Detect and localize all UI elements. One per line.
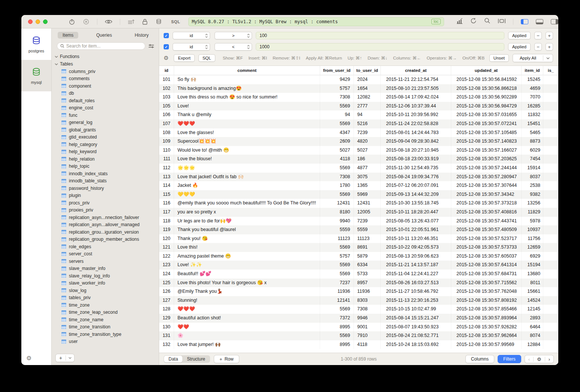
cell-updated-at[interactable]: 2015-12-08 15:30:57.443741 (451, 217, 522, 226)
cell-comment[interactable]: ❤️❤️❤️ (174, 305, 320, 314)
sidebar-table-item[interactable]: plugin (52, 192, 159, 200)
filter-applied-button[interactable]: Applied (508, 43, 531, 51)
cell-created-at[interactable]: 2015-08-14 17:09:42.024 (381, 93, 451, 102)
cell-updated-at[interactable]: 2015-12-08 15:30:56.984729 (451, 102, 522, 111)
cell-item-id[interactable]: 13680 (522, 270, 543, 279)
cell-updated-at[interactable]: 2015-12-08 15:30:57.926282 (451, 323, 522, 332)
cell-comment[interactable]: Beautiful!! 💕💕 (174, 270, 320, 279)
table-row[interactable]: 109 Supercool💥💥💥 2609 4820 2015-09-04 09… (159, 137, 558, 146)
cell-to-user-id[interactable]: 3075 (354, 173, 381, 182)
cell-created-at[interactable]: 2015-08-01 14:24:44.783 (381, 128, 451, 137)
cell-from-user-id[interactable]: 9940 (320, 217, 354, 226)
table-row[interactable]: 113 Love that jacket! Outfit is fab 🙌🏻 7… (159, 173, 558, 182)
cell-from-user-id[interactable]: 5569 (320, 164, 354, 173)
table-row[interactable]: 106 Thank u @emily 94 94 2015-10-11 20:3… (159, 110, 558, 119)
cell-comment[interactable]: you are so pretty x (174, 208, 320, 217)
cell-to-user-id[interactable]: 7239 (354, 128, 381, 137)
cell-from-user-id[interactable]: 5569 (320, 190, 354, 199)
cell-created-at[interactable]: 2015-08-07 19:43:50.923 (381, 323, 451, 332)
table-row[interactable]: 114 Jacket 🔥 1780 1365 2015-07-12 06:20:… (159, 181, 558, 190)
sidebar-table-item[interactable]: servers (52, 258, 159, 265)
sidebar-table-item[interactable]: replication_asyn...ailover_managed (52, 221, 159, 229)
table-row[interactable]: 127 Stunning! 12141 8303 2015-11-13 22:3… (159, 296, 558, 305)
sidebar-table-item[interactable]: global_grants (52, 126, 159, 134)
toggle-bottom-panel-icon[interactable] (536, 19, 543, 24)
table-row[interactable]: 111 Love the blouse! 4118 186 2015-08-18… (159, 155, 558, 164)
cell-updated-at[interactable]: 2015-12-08 15:30:56.841592 (451, 75, 522, 84)
cell-from-user-id[interactable]: 9429 (320, 75, 354, 84)
connection-bar[interactable]: MySQL 8.0.27 : TLSv1.2 : MySQL Brew : my… (188, 17, 444, 26)
cell-item-id[interactable]: 6464 (522, 323, 543, 332)
cell-item-id[interactable]: 8037 (522, 173, 543, 182)
cell-comment[interactable]: Would love to! @mith 😁 (174, 146, 320, 155)
cell-to-user-id[interactable]: 5733 (354, 270, 381, 279)
cell-item-id[interactable]: 13256 (522, 199, 543, 208)
cell-updated-at[interactable]: 2015-12-08 15:30:57.280947 (451, 173, 522, 182)
cell-from-user-id[interactable]: 94 (320, 110, 354, 119)
sidebar-table-item[interactable]: time_zone_transition_type (52, 331, 159, 338)
cell-created-at[interactable]: 2015-08-13 20:59:06.623 (381, 252, 451, 261)
table-row[interactable]: 131 🌸 5569 7910 2015-08-24 21:08:52.771 … (159, 331, 558, 340)
cell-id[interactable]: 105 (159, 102, 174, 111)
cell-comment[interactable]: Thank you beautiful @laurel (174, 225, 320, 234)
connection-postgres[interactable]: postgres (21, 28, 51, 60)
cell-from-user-id[interactable]: 4118 (320, 155, 354, 164)
cell-comment[interactable]: Jacket 🔥 (174, 181, 320, 190)
filters-button[interactable]: Filters (498, 355, 521, 363)
item-search-input[interactable] (66, 43, 142, 49)
table-row[interactable]: 103 Love this dress so much 😍 so nice fo… (159, 93, 558, 102)
cell-updated-at[interactable]: 2015-12-08 15:30:57.893964 (451, 314, 522, 323)
column-header-updated-at[interactable]: updated_at (451, 66, 522, 75)
add-filter-button[interactable]: + (546, 43, 553, 51)
cell-id[interactable]: 117 (159, 208, 174, 217)
sidebar-table-item[interactable]: time_zone (52, 301, 159, 309)
table-row[interactable]: 118 Ur legs are to die for🙌💖 9940 7239 2… (159, 217, 558, 226)
cell-id[interactable]: 126 (159, 287, 174, 296)
cell-from-user-id[interactable]: 4347 (320, 128, 354, 137)
previous-page-icon[interactable]: ‹ (525, 356, 533, 362)
cell-item-id[interactable]: 15194 (522, 261, 543, 270)
cell-created-at[interactable]: 2015-10-11 18:28:20.447 (381, 208, 451, 217)
cell-created-at[interactable]: 2015-11-27 10:58:46.792 (381, 287, 451, 296)
column-header-is[interactable]: is_ (543, 66, 558, 75)
cell-created-at[interactable]: 2015-08-18 23:00:33.919 (381, 155, 451, 164)
sidebar-table-item[interactable]: slow_log (52, 287, 159, 294)
cell-comment[interactable]: Love this photo! Your hair is gorgeous 😘… (174, 279, 320, 288)
filter-value-input[interactable]: 1000 (256, 43, 504, 51)
cell-id[interactable]: 128 (159, 305, 174, 314)
sidebar-table-item[interactable]: slave_master_info (52, 265, 159, 273)
cell-from-user-id[interactable]: 7237 (320, 279, 354, 288)
cell-from-user-id[interactable]: 12141 (320, 296, 354, 305)
cell-comment[interactable]: @emily thank you soooo much beautiful!!!… (174, 199, 320, 208)
cell-created-at[interactable]: 2015-11-30 12:54:49.735 (381, 164, 451, 173)
cell-updated-at[interactable]: 2015-12-08 15:30:57.605037 (451, 252, 522, 261)
cell-comment[interactable]: 💛💛💛 (174, 190, 320, 199)
cell-to-user-id[interactable]: 5879 (354, 252, 381, 261)
sidebar-table-item[interactable]: component (52, 82, 159, 90)
cell-updated-at[interactable]: 2015-12-08 15:30:57.99569 (451, 340, 522, 349)
cell-is[interactable] (543, 296, 558, 305)
cell-updated-at[interactable]: 2015-12-08 15:30:57.166027 (451, 146, 522, 155)
cell-id[interactable]: 115 (159, 190, 174, 199)
cell-created-at[interactable]: 2015-10-22 09:42:05.573 (381, 243, 451, 252)
cell-id[interactable]: 103 (159, 93, 174, 102)
cell-updated-at[interactable]: 2015-12-08 15:30:57.523717 (451, 234, 522, 243)
cell-item-id[interactable]: 15661 (522, 287, 543, 296)
cell-from-user-id[interactable]: 7308 (320, 93, 354, 102)
cell-comment[interactable]: Supercool💥💥💥 (174, 137, 320, 146)
page-settings-gear-icon[interactable]: ⚙ (534, 356, 545, 362)
cell-comment[interactable]: Love! (174, 102, 320, 111)
sidebar-table-item[interactable]: tables_priv (52, 294, 159, 302)
cell-created-at[interactable]: 2015-10-15 10:02:47.99 (381, 305, 451, 314)
filter-applied-button[interactable]: Applied (508, 32, 531, 39)
cell-created-at[interactable]: 2015-11-24 22:02:58.828 (381, 119, 451, 128)
filter-sliders-icon[interactable] (148, 43, 154, 49)
sidebar-table-item[interactable]: help_keyword (52, 148, 159, 156)
cell-from-user-id[interactable]: 12431 (320, 199, 354, 208)
table-row[interactable]: 101 So fly 🙌🏼 9429 2024 2015-11-21 22:12… (159, 75, 558, 84)
cell-item-id[interactable]: 14524 (522, 296, 543, 305)
cell-item-id[interactable]: 5465 (522, 128, 543, 137)
cell-to-user-id[interactable]: 8303 (354, 296, 381, 305)
cell-to-user-id[interactable]: 5027 (354, 146, 381, 155)
cell-is[interactable] (543, 340, 558, 349)
